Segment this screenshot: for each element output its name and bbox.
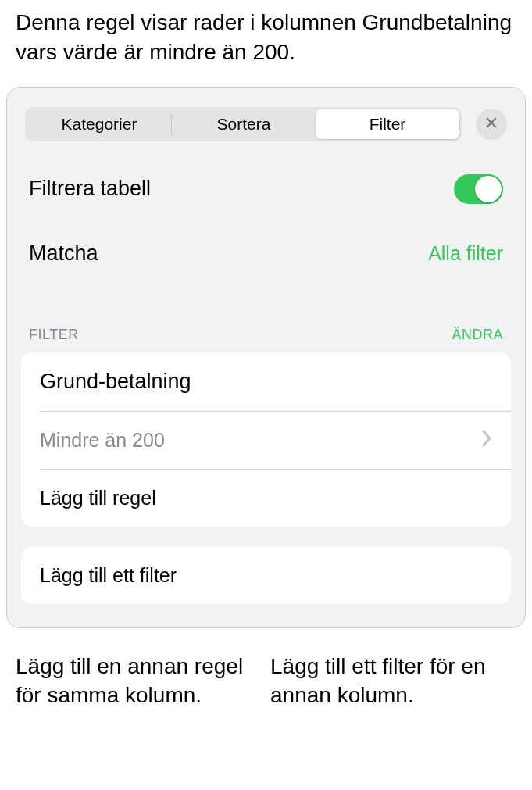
annotation-bottom-left: Lägg till en annan regel för samma kolum…	[16, 652, 248, 711]
header-row: Kategorier Sortera Filter	[21, 107, 511, 141]
edit-button[interactable]: ÄNDRA	[452, 327, 503, 343]
section-header-label: FILTER	[29, 327, 79, 343]
match-row[interactable]: Matcha Alla filter	[21, 241, 511, 266]
annotation-bottom-row: Lägg till en annan regel för samma kolum…	[0, 652, 532, 711]
match-label: Matcha	[29, 241, 98, 266]
rule-condition-row[interactable]: Mindre än 200	[21, 412, 511, 469]
add-filter-row[interactable]: Lägg till ett filter	[21, 547, 511, 604]
rule-condition: Mindre än 200	[40, 429, 165, 452]
add-filter-card: Lägg till ett filter	[21, 547, 511, 604]
add-rule-label: Lägg till regel	[40, 487, 156, 509]
tab-filter[interactable]: Filter	[316, 109, 459, 139]
close-button[interactable]	[476, 109, 507, 140]
rule-column-row: Grund-betalning	[21, 352, 511, 411]
chevron-right-icon	[481, 430, 492, 450]
add-rule-row[interactable]: Lägg till regel	[21, 470, 511, 527]
annotation-bottom-right: Lägg till ett filter för en annan kolumn…	[270, 652, 516, 711]
annotation-top: Denna regel visar rader i kolumnen Grund…	[0, 0, 532, 87]
filter-table-label: Filtrera tabell	[29, 177, 151, 201]
filter-table-toggle[interactable]	[454, 174, 503, 204]
filter-section-header: FILTER ÄNDRA	[21, 327, 511, 352]
tab-sort[interactable]: Sortera	[172, 109, 316, 139]
rule-column-name: Grund-betalning	[40, 370, 191, 394]
add-filter-label: Lägg till ett filter	[40, 564, 177, 587]
filter-panel: Kategorier Sortera Filter Filtrera tabel…	[6, 87, 526, 628]
toggle-knob	[475, 176, 502, 202]
segmented-control: Kategorier Sortera Filter	[25, 107, 462, 141]
filter-table-row: Filtrera tabell	[21, 174, 511, 204]
close-icon	[484, 116, 498, 133]
match-value: Alla filter	[428, 242, 503, 265]
tab-categories[interactable]: Kategorier	[27, 109, 171, 139]
filter-rule-card: Grund-betalning Mindre än 200 Lägg till …	[21, 352, 511, 527]
